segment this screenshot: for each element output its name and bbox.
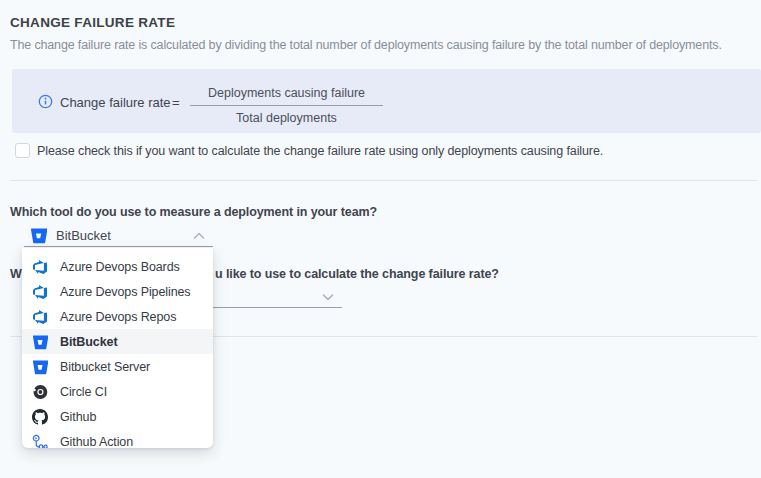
- question-calc-source-fragment-left: W: [10, 267, 22, 281]
- dropdown-option-github[interactable]: Github: [22, 404, 213, 429]
- page-description: The change failure rate is calculated by…: [10, 38, 722, 52]
- azure-devops-icon: [32, 259, 48, 275]
- github-actions-icon: [32, 434, 48, 449]
- dropdown-option-azure-devops-repos[interactable]: Azure Devops Repos: [22, 304, 213, 329]
- formula-fraction: Deployments causing failure Total deploy…: [190, 86, 383, 125]
- dropdown-option-bitbucket-server[interactable]: Bitbucket Server: [22, 354, 213, 379]
- question-deployment-tool: Which tool do you use to measure a deplo…: [10, 205, 377, 219]
- only-failure-deployments-checkbox-label: Please check this if you want to calcula…: [37, 144, 603, 158]
- formula-box: Change failure rate = Deployments causin…: [12, 69, 761, 133]
- deployment-tool-select[interactable]: BitBucket: [24, 225, 213, 247]
- dropdown-option-github-action[interactable]: Github Action: [22, 429, 213, 448]
- dropdown-option-label: Github Action: [60, 435, 133, 449]
- dropdown-option-azure-devops-pipelines[interactable]: Azure Devops Pipelines: [22, 279, 213, 304]
- chevron-up-icon: [193, 232, 205, 240]
- azure-devops-icon: [32, 284, 48, 300]
- dropdown-option-label: Azure Devops Repos: [60, 310, 176, 324]
- bitbucket-icon: [32, 334, 48, 350]
- question-calc-source-fragment-right: u like to use to calculate the change fa…: [215, 267, 499, 281]
- dropdown-option-label: Circle CI: [60, 385, 107, 399]
- dropdown-option-circle-ci[interactable]: Circle CI: [22, 379, 213, 404]
- formula-label: Change failure rate: [60, 95, 171, 110]
- deployment-tool-select-value: BitBucket: [56, 228, 111, 243]
- azure-devops-icon: [32, 309, 48, 325]
- github-icon: [32, 409, 48, 425]
- info-circle-icon: [38, 94, 53, 109]
- deployment-tool-dropdown: Azure Devops Boards Azure Devops Pipelin…: [22, 248, 213, 448]
- dropdown-option-label: Github: [60, 410, 96, 424]
- formula-numerator: Deployments causing failure: [190, 86, 383, 106]
- bitbucket-icon: [32, 359, 48, 375]
- dropdown-option-label: Azure Devops Pipelines: [60, 285, 191, 299]
- section-divider: [10, 180, 757, 181]
- dropdown-option-label: BitBucket: [60, 335, 117, 349]
- dropdown-option-azure-devops-boards[interactable]: Azure Devops Boards: [22, 254, 213, 279]
- dropdown-option-bitbucket[interactable]: BitBucket: [22, 329, 213, 354]
- dropdown-option-label: Azure Devops Boards: [60, 260, 180, 274]
- page-title: CHANGE FAILURE RATE: [10, 15, 175, 30]
- formula-equals-sign: =: [172, 95, 180, 110]
- chevron-down-icon: [322, 293, 334, 301]
- bitbucket-icon: [30, 227, 47, 244]
- dropdown-option-label: Bitbucket Server: [60, 360, 150, 374]
- formula-denominator: Total deployments: [190, 106, 383, 125]
- change-failure-rate-settings-page: CHANGE FAILURE RATE The change failure r…: [0, 0, 761, 478]
- only-failure-deployments-checkbox[interactable]: [15, 143, 30, 158]
- circleci-icon: [32, 384, 48, 400]
